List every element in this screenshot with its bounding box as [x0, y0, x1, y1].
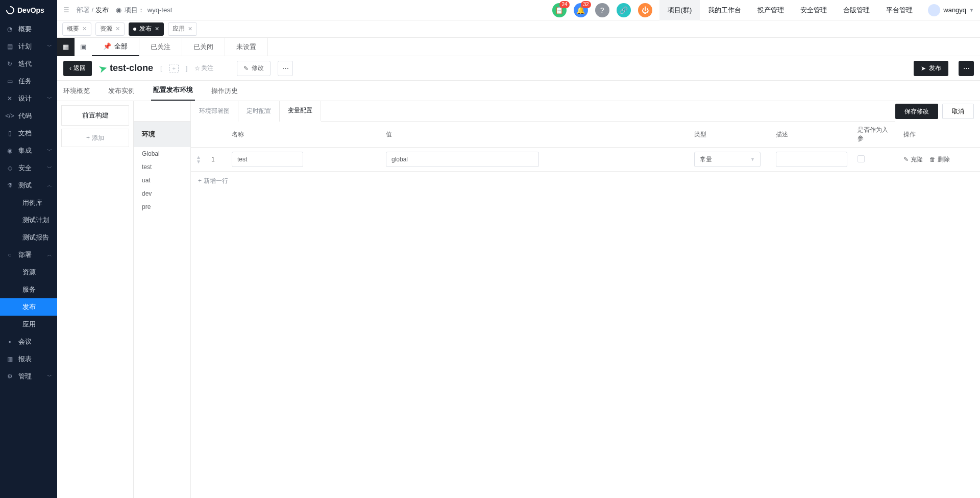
- back-button[interactable]: ‹ 返回: [63, 61, 92, 76]
- sidebar-item[interactable]: </>代码: [0, 107, 57, 125]
- topnav-item[interactable]: 合版管理: [835, 0, 878, 20]
- nav-label: 资源: [22, 268, 36, 277]
- env-item[interactable]: dev: [134, 187, 190, 200]
- link-icon[interactable]: 🔗: [617, 3, 631, 17]
- view-list-icon[interactable]: ▦: [57, 38, 75, 56]
- nav: ◔概要▤计划﹀↻迭代▭任务✕设计﹀</>代码▯文档◉集成﹀◇安全﹀⚗测试︿用例库…: [0, 20, 57, 498]
- col-name: 名称: [227, 122, 381, 148]
- tab-pill[interactable]: 应用✕: [168, 22, 197, 36]
- env-item[interactable]: pre: [134, 200, 190, 214]
- name-input[interactable]: [232, 152, 303, 167]
- sidebar-item[interactable]: ✕设计﹀: [0, 90, 57, 107]
- add-prebuild-button[interactable]: + 添加: [61, 129, 129, 147]
- follow-button[interactable]: ☆ 关注: [194, 64, 213, 73]
- env-item[interactable]: test: [134, 160, 190, 174]
- filter-tab[interactable]: 已关闭: [182, 38, 225, 56]
- tab-pill[interactable]: 资源✕: [95, 22, 125, 36]
- save-button[interactable]: 保存修改: [895, 104, 938, 119]
- sidebar-item[interactable]: 应用: [0, 316, 57, 333]
- tab-pill[interactable]: 发布✕: [129, 22, 164, 36]
- nav-icon: ▤: [6, 43, 13, 50]
- nav-label: 概要: [18, 25, 32, 34]
- view-card-icon[interactable]: ▣: [75, 38, 92, 56]
- user-menu[interactable]: wangyq ▼: [928, 4, 974, 16]
- publish-more-button[interactable]: ⋯: [959, 61, 974, 76]
- close-icon[interactable]: ✕: [82, 26, 87, 32]
- sidebar-item[interactable]: ○部署︿: [0, 246, 57, 264]
- section-tab[interactable]: 发布实例: [106, 86, 137, 101]
- badge-green: 24: [559, 1, 569, 8]
- sort-handle[interactable]: ▲▼: [196, 155, 201, 164]
- config-tab[interactable]: 变量配置: [280, 101, 321, 122]
- topnav-item[interactable]: 平台管理: [878, 0, 921, 20]
- env-item[interactable]: uat: [134, 174, 190, 187]
- clone-button[interactable]: ✎ 克隆: [903, 155, 923, 164]
- close-icon[interactable]: ✕: [188, 26, 192, 32]
- sidebar-item[interactable]: 发布: [0, 298, 57, 316]
- value-input[interactable]: [386, 152, 539, 167]
- config-area: 环境部署图定时配置变量配置 保存修改 取消 名称 值 类型 描述 是否作为入参 …: [191, 101, 980, 498]
- sidebar-item[interactable]: 资源: [0, 264, 57, 281]
- add-tag-button[interactable]: +: [169, 64, 179, 73]
- topnav-item[interactable]: 项目(群): [659, 0, 700, 20]
- sidebar-item[interactable]: ▭任务: [0, 73, 57, 90]
- crumb-b[interactable]: 发布: [95, 6, 109, 14]
- section-tab[interactable]: 操作历史: [209, 86, 240, 101]
- isparam-checkbox[interactable]: [857, 155, 865, 162]
- notif-bell-icon[interactable]: 🔔32: [574, 3, 588, 17]
- chevron-icon: ﹀: [47, 43, 52, 50]
- sidebar-item[interactable]: ◇安全﹀: [0, 159, 57, 177]
- filter-tab[interactable]: 未设置: [225, 38, 268, 56]
- sidebar-item[interactable]: 测试报告: [0, 229, 57, 246]
- env-item[interactable]: Global: [134, 147, 190, 160]
- sidebar-item[interactable]: ⚙管理﹀: [0, 368, 57, 385]
- filter-tab[interactable]: 已关注: [139, 38, 182, 56]
- modify-button[interactable]: ✎ 修改: [237, 61, 271, 76]
- tab-pill[interactable]: 概要✕: [62, 22, 91, 36]
- filter-tab[interactable]: 📌全部: [92, 38, 139, 56]
- sidebar-item[interactable]: ◉集成﹀: [0, 142, 57, 159]
- sidebar-item[interactable]: 用例库: [0, 194, 57, 211]
- notif-green-icon[interactable]: 📋24: [552, 3, 567, 17]
- sidebar-item[interactable]: ▯文档: [0, 125, 57, 142]
- close-icon[interactable]: ✕: [115, 26, 120, 32]
- help-icon[interactable]: ?: [595, 3, 609, 17]
- nav-icon: ◇: [6, 164, 13, 172]
- nav-icon: </>: [6, 112, 13, 120]
- sidebar-item[interactable]: ▪会议: [0, 333, 57, 350]
- sidebar-item[interactable]: ▤计划﹀: [0, 38, 57, 55]
- sidebar-item[interactable]: 服务: [0, 281, 57, 298]
- type-select[interactable]: 常量▼: [694, 152, 761, 167]
- sidebar-item[interactable]: 测试计划: [0, 211, 57, 229]
- close-icon[interactable]: ✕: [155, 26, 159, 32]
- menu-toggle-icon[interactable]: ☰: [63, 6, 69, 14]
- delete-button[interactable]: 🗑 删除: [929, 155, 950, 164]
- sidebar-item[interactable]: ⚗测试︿: [0, 177, 57, 194]
- logo[interactable]: DevOps: [0, 0, 57, 20]
- sidebar-item[interactable]: ↻迭代: [0, 55, 57, 73]
- add-row-button[interactable]: + 新增一行: [191, 172, 980, 190]
- topnav-item[interactable]: 我的工作台: [700, 0, 749, 20]
- more-button[interactable]: ⋯: [278, 61, 293, 76]
- publish-button[interactable]: ➤ 发布: [914, 61, 948, 76]
- chevron-icon: ﹀: [47, 147, 52, 154]
- nav-label: 用例库: [22, 198, 42, 207]
- prebuild-tab[interactable]: 前置构建: [61, 105, 129, 126]
- chevron-icon: ︿: [47, 251, 52, 258]
- col-desc: 描述: [771, 122, 852, 148]
- config-tab[interactable]: 环境部署图: [191, 101, 238, 122]
- sidebar-item[interactable]: ▥报表: [0, 350, 57, 368]
- desc-input[interactable]: [776, 152, 847, 167]
- sidebar: DevOps ◔概要▤计划﹀↻迭代▭任务✕设计﹀</>代码▯文档◉集成﹀◇安全﹀…: [0, 0, 57, 498]
- topnav-item[interactable]: 投产管理: [749, 0, 792, 20]
- sidebar-item[interactable]: ◔概要: [0, 20, 57, 38]
- cancel-button[interactable]: 取消: [942, 104, 974, 119]
- power-icon[interactable]: ⏻: [638, 3, 652, 17]
- crumb-a[interactable]: 部署: [77, 6, 90, 14]
- topnav-item[interactable]: 安全管理: [792, 0, 835, 20]
- config-tab[interactable]: 定时配置: [238, 101, 280, 122]
- page-title: ➤ test-clone: [99, 63, 153, 74]
- project-display[interactable]: ◉ 项目：wyq-test: [116, 6, 172, 15]
- section-tab[interactable]: 环境概览: [61, 86, 92, 101]
- section-tab[interactable]: 配置发布环境: [151, 85, 195, 101]
